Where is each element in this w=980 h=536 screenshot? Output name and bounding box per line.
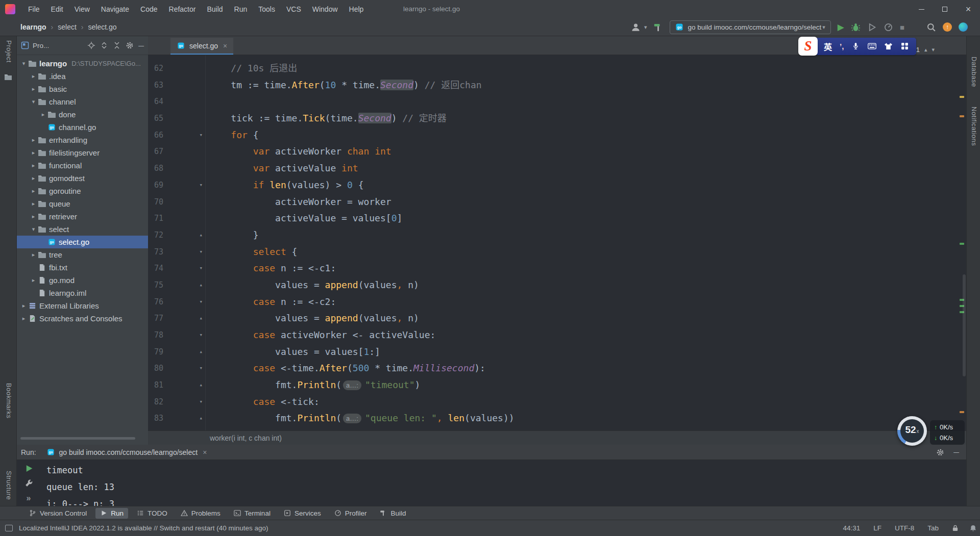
profile-button[interactable] [884,22,893,32]
menu-window[interactable]: Window [307,0,344,18]
fold-down-icon[interactable]: ▾ [163,244,204,261]
code-line-66[interactable]: 66▾ for { [148,127,957,144]
code-line-71[interactable]: 71 activeValue = values[0] [148,210,957,227]
code-line-78[interactable]: 78▾ case activeWorker <- activeValue: [148,327,957,344]
minimize-button[interactable] [910,0,933,18]
gear-icon[interactable] [936,448,944,456]
hide-panel-button[interactable]: ─ [138,41,144,50]
tool-strip-structure[interactable]: Structure [5,471,13,500]
code-line-79[interactable]: 79▴ values = values[1:] [148,344,957,361]
fold-up-icon[interactable]: ▴ [163,310,204,327]
fold-down-icon[interactable]: ▾ [163,260,204,277]
toolwindow-button-run[interactable]: Run [95,508,128,519]
chevron-right-icon[interactable]: ▸ [30,251,37,258]
breadcrumb-learngo[interactable]: learngo [20,23,46,31]
rerun-button[interactable] [24,464,33,473]
tool-window-switcher-icon[interactable] [5,525,13,531]
build-hammer-icon[interactable] [653,22,663,32]
learn-ide-icon[interactable] [959,22,968,32]
editor-scrollbar[interactable] [963,274,966,376]
code-line-67[interactable]: 67 var activeWorker chan int [148,143,957,160]
chevron-right-icon[interactable]: ▸ [30,137,37,143]
chevron-right-icon[interactable]: ▸ [39,111,47,118]
run-console-tab[interactable]: go go build imooc.com/ccmouse/learngo/se… [46,448,207,456]
tree-item-select[interactable]: ▾select [17,223,148,236]
code-line-63[interactable]: 63 tm := time.After(10 * time.Second) //… [148,77,957,94]
user-icon[interactable] [631,22,641,32]
code-line-80[interactable]: 80▾ case <-time.After(500 * time.Millise… [148,360,957,377]
stripe-mark[interactable] [960,411,964,413]
tree-item-go-mod[interactable]: ▸go.mod [17,274,148,287]
ime-language-mode[interactable]: 英 [824,40,832,53]
tree-item-learngo-iml[interactable]: learngo.iml [17,287,148,299]
toolwindow-button-profiler[interactable]: Profiler [330,508,372,519]
file-encoding[interactable]: UTF-8 [895,524,914,532]
line-separator[interactable]: LF [873,524,881,532]
breadcrumb-select-go[interactable]: select.go [88,23,117,31]
code-line-75[interactable]: 75▴ values = append(values, n) [148,277,957,294]
fold-down-icon[interactable]: ▾ [163,177,204,194]
chevron-right-icon[interactable]: ▸ [30,213,37,220]
fold-down-icon[interactable]: ▾ [163,394,204,411]
menu-run[interactable]: Run [229,0,253,18]
tree-item-scratches-and-consoles[interactable]: ▸Scratches and Consoles [17,312,148,325]
code-line-83[interactable]: 83▴ fmt.Println(a…:"queue len: ", len(va… [148,410,957,427]
toolwindow-button-terminal[interactable]: Terminal [229,508,275,519]
fold-up-icon[interactable]: ▴ [163,410,204,427]
caret-position[interactable]: 44:31 [843,524,860,532]
folder-icon[interactable] [4,73,12,81]
tree-item-idea[interactable]: ▸.idea [17,70,148,83]
fold-up-icon[interactable]: ▴ [163,377,204,394]
tool-strip-project[interactable]: Project [5,40,13,63]
tool-strip-database[interactable]: Database [970,57,978,87]
toolbox-grid-icon[interactable] [900,42,909,50]
fold-down-icon[interactable]: ▾ [163,127,204,144]
menu-code[interactable]: Code [135,0,163,18]
code-line-69[interactable]: 69▾ if len(values) > 0 { [148,177,957,194]
run-configuration-select[interactable]: go go build imooc.com/ccmouse/learngo/se… [670,20,830,34]
hide-panel-button[interactable]: ─ [953,448,959,456]
collapse-all-icon[interactable] [113,41,121,49]
error-stripe[interactable] [958,55,966,430]
menu-refactor[interactable]: Refactor [163,0,202,18]
tree-item-goroutine[interactable]: ▸goroutine [17,185,148,197]
chevron-down-icon[interactable]: ▾ [932,46,935,53]
stripe-mark[interactable] [960,115,964,117]
breadcrumb-select[interactable]: select [58,23,77,31]
project-panel-title[interactable]: Pro... [33,42,49,49]
menu-edit[interactable]: Edit [45,0,69,18]
chevron-right-icon[interactable]: ▸ [30,86,37,92]
build-settings-icon[interactable] [24,479,33,488]
chevron-right-icon[interactable]: ▸ [20,315,28,322]
tree-item-functional[interactable]: ▸functional [17,159,148,172]
tree-item-external-libraries[interactable]: ▸External Libraries [17,299,148,312]
menu-vcs[interactable]: VCS [281,0,307,18]
menu-view[interactable]: View [69,0,95,18]
toolwindow-button-version-control[interactable]: Version Control [24,508,91,519]
locate-file-icon[interactable] [87,41,95,49]
tree-item-done[interactable]: ▸done [17,108,148,121]
indent-style[interactable]: Tab [927,524,939,532]
editor-code[interactable]: 62 // 10s 后退出63 tm := time.After(10 * ti… [148,55,957,430]
chevron-right-icon[interactable]: ▸ [30,162,37,169]
code-line-72[interactable]: 72▴ } [148,227,957,244]
code-line-64[interactable]: 64 [148,93,957,110]
run-button[interactable]: ▶ [838,22,844,32]
toolwindow-button-problems[interactable]: Problems [176,508,225,519]
idea-logo-icon[interactable] [5,4,15,14]
tab-select-go[interactable]: go select.go × [170,38,233,55]
toolwindow-button-build[interactable]: Build [375,508,410,519]
tree-item-filelistingserver[interactable]: ▸filelistingserver [17,146,148,159]
debug-button[interactable] [851,22,861,32]
code-line-82[interactable]: 82▾ case <-tick: [148,394,957,411]
fold-down-icon[interactable]: ▾ [163,360,204,377]
fold-down-icon[interactable]: ▾ [163,327,204,344]
chevron-right-icon[interactable]: ▸ [30,73,37,80]
stripe-mark[interactable] [960,243,964,245]
more-options-icon[interactable]: » [27,494,31,503]
chevron-down-icon[interactable]: ▾ [30,226,37,233]
fold-down-icon[interactable]: ▾ [163,294,204,311]
network-speed-overlay[interactable]: ↑ 0K/s ↓ 0K/s [930,420,965,445]
stripe-mark[interactable] [960,96,964,98]
fold-up-icon[interactable]: ▴ [163,227,204,244]
